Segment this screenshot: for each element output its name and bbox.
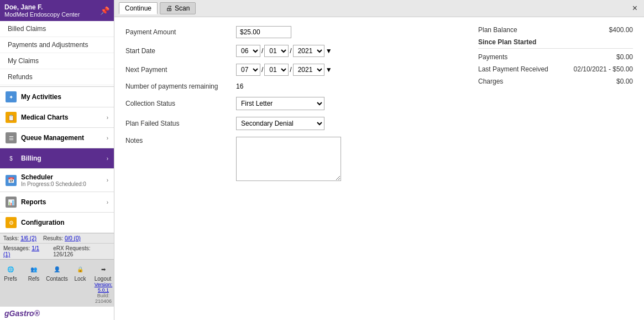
nav-scheduler[interactable]: 📅 Scheduler In Progress:0 Scheduled:0 › — [0, 169, 114, 192]
last-payment-row: Last Payment Received 02/10/2021 - $50.0… — [478, 65, 633, 73]
main-content: Continue 🖨 Scan × Payment Amount Start D… — [114, 0, 644, 320]
lock-label: Lock — [74, 276, 86, 282]
pin-icon[interactable]: 📌 — [100, 6, 109, 15]
right-panel: Plan Balance $400.00 Since Plan Started … — [478, 26, 633, 311]
tasks-label: Tasks: 1/6 (2) — [3, 235, 36, 241]
nav-billing[interactable]: $ Billing › — [0, 148, 114, 169]
medical-charts-label: Medical Charts — [21, 113, 107, 121]
brand: gGastro® — [0, 306, 114, 320]
erx-value: 126/126 — [53, 251, 73, 257]
results-label: Results: 0/0 (0) — [43, 235, 81, 241]
billed-claims-menu-group: Billed Claims Payments and Adjustments M… — [0, 21, 114, 86]
messages-label: Messages: 1/1 (1) — [3, 245, 46, 257]
payment-amount-row: Payment Amount — [125, 26, 456, 38]
contacts-button[interactable]: 👤 Contacts — [46, 262, 67, 305]
erx-label: eRX Requests: 126/126 — [53, 245, 111, 257]
plan-balance-label: Plan Balance — [478, 26, 517, 34]
billing-icon: $ — [6, 153, 17, 164]
notes-label: Notes — [125, 137, 236, 144]
sidebar-item-refunds[interactable]: Refunds — [0, 69, 114, 85]
form-area: Payment Amount Start Date 06 / 01 / — [114, 17, 644, 320]
nav-reports[interactable]: 📊 Reports › — [0, 192, 114, 213]
next-payment-day-select[interactable]: 01 — [264, 64, 289, 76]
plan-balance-value: $400.00 — [609, 26, 633, 34]
prefs-button[interactable]: 🌐 Prefs — [0, 262, 21, 305]
medical-charts-arrow: › — [107, 115, 108, 121]
medical-charts-icon: 📋 — [6, 112, 17, 123]
brand-text: gGastro® — [4, 309, 40, 318]
scheduler-label: Scheduler — [21, 173, 53, 181]
bottom-toolbar: 🌐 Prefs 👥 Refs 👤 Contacts 🔒 Lock ➡ — [0, 259, 114, 306]
sidebar-item-my-claims[interactable]: My Claims — [0, 53, 114, 69]
form-left: Payment Amount Start Date 06 / 01 / — [125, 26, 456, 311]
results-link[interactable]: 0/0 (0) — [65, 235, 81, 241]
contacts-icon: 👤 — [51, 263, 63, 275]
queue-management-label: Queue Management — [21, 134, 107, 142]
sidebar-item-payments[interactable]: Payments and Adjustments — [0, 37, 114, 53]
user-name: Doe, Jane F. — [4, 3, 80, 11]
build-text: Build: 210406 — [95, 293, 113, 304]
payment-amount-input[interactable] — [236, 26, 291, 38]
nav-queue-management[interactable]: ☰ Queue Management › — [0, 128, 114, 148]
last-payment-value: 02/10/2021 - $50.00 — [574, 65, 633, 73]
refs-button[interactable]: 👥 Refs — [23, 262, 44, 305]
start-date-row: Start Date 06 / 01 / 2021 ▼ — [125, 45, 456, 57]
status-bar: Tasks: 1/6 (2) Results: 0/0 (0) — [0, 233, 114, 243]
my-activities-label: My Activities — [21, 93, 108, 101]
my-activities-icon: ✦ — [6, 91, 17, 102]
next-payment-year-select[interactable]: 2021 — [293, 64, 324, 76]
scheduler-arrow: › — [107, 177, 108, 183]
plan-failed-select[interactable]: Secondary Denial None Other — [236, 117, 324, 130]
close-button[interactable]: × — [630, 3, 640, 13]
plan-failed-label: Plan Failed Status — [125, 120, 236, 127]
start-date-month-select[interactable]: 06 — [236, 45, 260, 57]
collection-status-select[interactable]: First Letter Second Letter Final Notice — [236, 97, 324, 110]
sidebar-item-billed-claims[interactable]: Billed Claims — [0, 21, 114, 37]
sidebar-bottom-nav: ✦ My Activities 📋 Medical Charts › ☰ Que… — [0, 86, 114, 320]
configuration-icon: ⚙ — [6, 217, 17, 228]
start-date-day-select[interactable]: 01 — [264, 45, 289, 57]
lock-button[interactable]: 🔒 Lock — [70, 262, 91, 305]
logout-button[interactable]: ➡ Logout Version: 5.0.1 Build: 210406 — [93, 262, 114, 305]
sidebar: Doe, Jane F. ModMed Endoscopy Center 📌 B… — [0, 0, 114, 320]
nav-medical-charts[interactable]: 📋 Medical Charts › — [0, 107, 114, 128]
reports-arrow: › — [107, 199, 108, 205]
prefs-label: Prefs — [4, 276, 17, 282]
next-payment-month-select[interactable]: 07 — [236, 64, 260, 76]
contacts-label: Contacts — [46, 276, 67, 282]
plan-failed-row: Plan Failed Status Secondary Denial None… — [125, 117, 456, 130]
scan-button[interactable]: 🖨 Scan — [160, 2, 196, 14]
start-date-dropdown-icon: ▼ — [326, 47, 332, 55]
status-bar-2: Messages: 1/1 (1) eRX Requests: 126/126 — [0, 243, 114, 259]
collection-status-label: Collection Status — [125, 100, 236, 107]
scan-label: Scan — [175, 4, 190, 12]
last-payment-label: Last Payment Received — [478, 65, 548, 73]
next-payment-row: Next Payment 07 / 01 / 2021 ▼ — [125, 64, 456, 76]
continue-button[interactable]: Continue — [119, 2, 158, 14]
start-date-year-select[interactable]: 2021 — [293, 45, 324, 57]
payments-label: Payments — [478, 53, 507, 61]
charges-value: $0.00 — [616, 78, 633, 85]
collection-status-row: Collection Status First Letter Second Le… — [125, 97, 456, 110]
nav-my-activities[interactable]: ✦ My Activities — [0, 87, 114, 107]
billing-arrow: › — [107, 156, 108, 162]
next-payment-control: 07 / 01 / 2021 ▼ — [236, 64, 332, 76]
top-toolbar: Continue 🖨 Scan × — [114, 0, 644, 17]
next-payment-label: Next Payment — [125, 66, 236, 74]
refs-label: Refs — [28, 276, 40, 282]
queue-management-icon: ☰ — [6, 132, 17, 143]
notes-textarea[interactable] — [236, 137, 341, 181]
configuration-label: Configuration — [21, 219, 108, 226]
sidebar-menu: Billed Claims Payments and Adjustments M… — [0, 21, 114, 86]
lock-icon: 🔒 — [74, 263, 86, 275]
prefs-icon: 🌐 — [4, 263, 17, 275]
nav-configuration[interactable]: ⚙ Configuration — [0, 213, 114, 233]
num-payments-label: Number of payments remaining — [125, 82, 236, 90]
charges-row: Charges $0.00 — [478, 78, 633, 85]
version-text[interactable]: Version: 5.0.1 — [95, 282, 113, 293]
num-payments-value: 16 — [236, 82, 243, 90]
scheduler-sub-text: In Progress:0 Scheduled:0 — [21, 181, 107, 187]
notes-row: Notes — [125, 137, 456, 181]
tasks-link[interactable]: 1/6 (2) — [20, 235, 36, 241]
queue-management-arrow: › — [107, 135, 108, 141]
